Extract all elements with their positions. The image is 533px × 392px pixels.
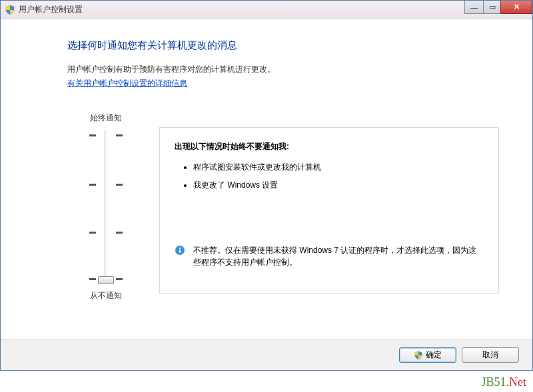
- slider-tick: [116, 232, 123, 234]
- panel-list-item: 我更改了 Windows 设置: [193, 180, 484, 191]
- slider-track: [105, 130, 107, 284]
- slider-tick: [116, 278, 123, 280]
- slider-tick: [116, 134, 123, 136]
- ok-button-label: 确定: [426, 349, 442, 361]
- window-controls: — ▭ ✕: [465, 1, 532, 14]
- page-heading: 选择何时通知您有关计算机更改的消息: [67, 39, 506, 52]
- uac-settings-window: 用户帐户控制设置 — ▭ ✕ 选择何时通知您有关计算机更改的消息 用户帐户控制有…: [0, 0, 533, 371]
- panel-list-item: 程序试图安装软件或更改我的计算机: [193, 162, 484, 173]
- slider-thumb[interactable]: [98, 276, 114, 284]
- ok-button[interactable]: 确定: [399, 347, 456, 363]
- content-area: 选择何时通知您有关计算机更改的消息 用户帐户控制有助于预防有害程序对您的计算机进…: [1, 19, 532, 339]
- cancel-button-label: 取消: [482, 349, 498, 361]
- slider-tick: [89, 278, 96, 280]
- svg-rect-2: [179, 250, 181, 253]
- slider-label-always: 始终通知: [79, 112, 133, 124]
- window-title: 用户帐户控制设置: [19, 4, 83, 15]
- panel-heading: 出现以下情况时始终不要通知我:: [175, 141, 484, 152]
- minimize-button[interactable]: —: [464, 1, 484, 14]
- cancel-button[interactable]: 取消: [462, 347, 519, 363]
- slider-tick: [89, 184, 96, 186]
- slider-tick: [89, 232, 96, 234]
- slider-label-never: 从不通知: [79, 290, 133, 301]
- recommendation-block: 不推荐。仅在需要使用未获得 Windows 7 认证的程序时，才选择此选项，因为…: [175, 244, 484, 268]
- maximize-button[interactable]: ▭: [483, 1, 501, 14]
- titlebar: 用户帐户控制设置 — ▭ ✕: [1, 1, 532, 19]
- slider-tick: [116, 184, 123, 186]
- slider-tick: [89, 134, 96, 136]
- panel-list: 程序试图安装软件或更改我的计算机 我更改了 Windows 设置: [175, 162, 484, 191]
- watermark: JB51.Net: [481, 375, 526, 389]
- close-button[interactable]: ✕: [500, 1, 532, 14]
- uac-details-link[interactable]: 有关用户帐户控制设置的详细信息: [67, 78, 187, 89]
- level-description-panel: 出现以下情况时始终不要通知我: 程序试图安装软件或更改我的计算机 我更改了 Wi…: [159, 127, 499, 294]
- shield-icon: [5, 5, 15, 15]
- notification-slider-area: 始终通知 从不通知: [74, 112, 137, 301]
- info-icon: [175, 245, 185, 256]
- page-description: 用户帐户控制有助于预防有害程序对您的计算机进行更改。: [67, 64, 506, 75]
- shield-icon: [414, 351, 423, 360]
- notification-slider[interactable]: [79, 130, 133, 284]
- svg-point-1: [179, 248, 181, 249]
- recommendation-text: 不推荐。仅在需要使用未获得 Windows 7 认证的程序时，才选择此选项，因为…: [193, 244, 484, 268]
- dialog-buttons: 确定 取消: [1, 339, 532, 370]
